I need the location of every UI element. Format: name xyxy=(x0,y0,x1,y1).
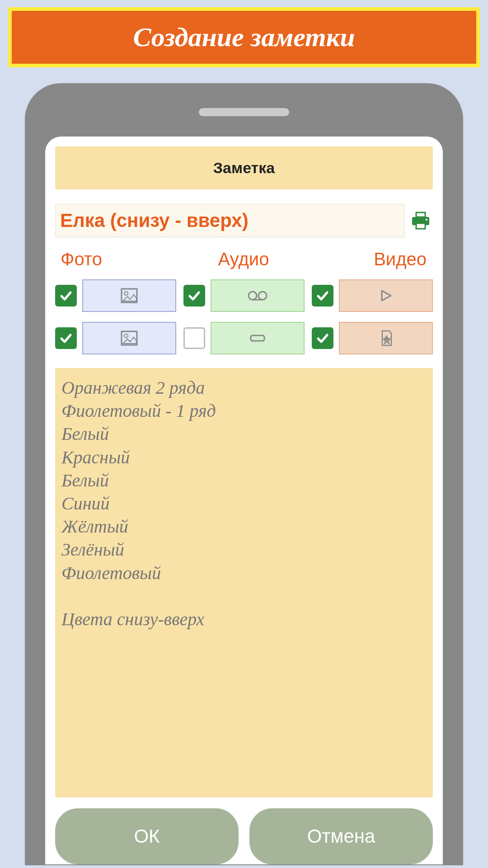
promo-banner: Создание заметки xyxy=(8,7,480,67)
check-icon xyxy=(315,331,330,345)
note-title-input[interactable]: Елка (снизу - вверх) xyxy=(55,204,405,237)
svg-point-5 xyxy=(124,292,128,295)
play-icon xyxy=(378,288,394,303)
video-1-button[interactable] xyxy=(339,279,433,312)
video-2-button[interactable] xyxy=(339,322,433,354)
star-file-icon xyxy=(377,329,395,347)
svg-point-2 xyxy=(426,219,427,221)
action-buttons: ОК Отмена xyxy=(55,808,433,864)
banner-title: Создание заметки xyxy=(12,11,476,64)
title-row: Елка (снизу - вверх) xyxy=(55,204,433,237)
svg-rect-3 xyxy=(416,223,425,229)
image-icon xyxy=(120,288,138,304)
audio-label: Аудио xyxy=(183,249,305,269)
audio-2-checkbox[interactable] xyxy=(183,327,205,349)
svg-point-10 xyxy=(124,334,128,338)
audio-1-button[interactable] xyxy=(211,279,305,312)
media-row-2 xyxy=(55,322,433,354)
app-screen: Заметка Елка (снизу - вверх) Фото Аудио … xyxy=(45,137,443,864)
svg-point-6 xyxy=(249,292,257,300)
media-row-1 xyxy=(55,279,433,312)
audio-1-checkbox[interactable] xyxy=(183,285,205,307)
svg-rect-0 xyxy=(416,212,425,217)
media-labels: Фото Аудио Видео xyxy=(55,249,433,269)
check-icon xyxy=(315,288,330,303)
photo-2-button[interactable] xyxy=(82,322,176,354)
screen-title: Заметка xyxy=(55,146,433,189)
check-icon xyxy=(187,288,202,303)
video-1-checkbox[interactable] xyxy=(312,285,333,307)
video-2-checkbox[interactable] xyxy=(312,327,333,349)
photo-label: Фото xyxy=(55,249,183,269)
photo-1-checkbox[interactable] xyxy=(55,285,77,307)
phone-notch xyxy=(199,108,289,116)
svg-rect-11 xyxy=(251,335,264,341)
phone-mockup: Заметка Елка (снизу - вверх) Фото Аудио … xyxy=(25,83,463,865)
ok-button[interactable]: ОК xyxy=(55,808,239,864)
print-button[interactable] xyxy=(408,209,433,232)
video-label: Видео xyxy=(305,249,433,269)
image-icon xyxy=(120,330,138,346)
audio-2-button[interactable] xyxy=(211,322,305,354)
check-icon xyxy=(59,288,73,303)
svg-point-7 xyxy=(258,292,267,300)
rect-icon xyxy=(249,333,267,343)
check-icon xyxy=(59,331,73,345)
printer-icon xyxy=(410,211,431,231)
note-body[interactable]: Оранжевая 2 ряда Фиолетовый - 1 ряд Белы… xyxy=(55,368,433,797)
cancel-button[interactable]: Отмена xyxy=(249,808,433,864)
photo-2-checkbox[interactable] xyxy=(55,327,77,349)
photo-1-button[interactable] xyxy=(82,279,176,312)
voicemail-icon xyxy=(246,289,269,302)
